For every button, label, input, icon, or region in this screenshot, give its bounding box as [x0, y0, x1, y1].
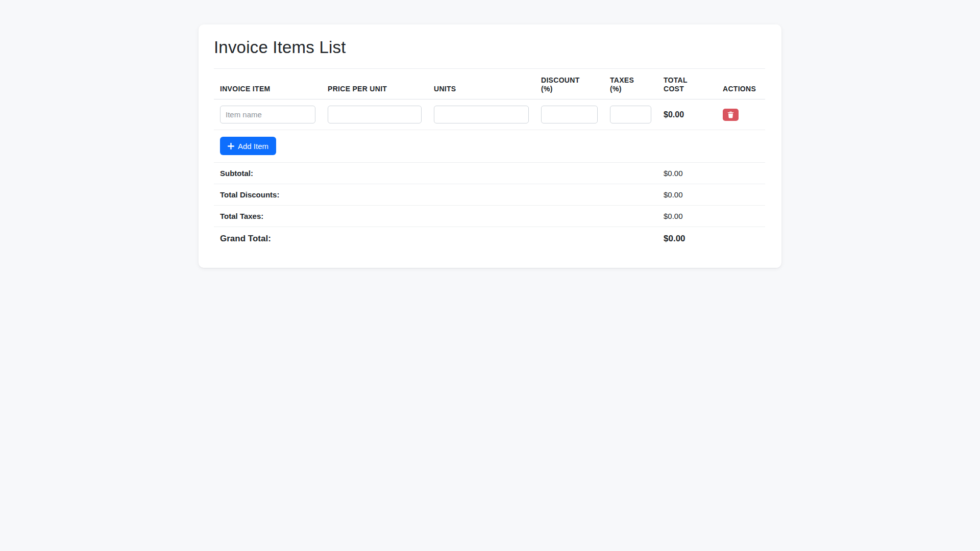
plus-icon — [228, 143, 234, 149]
total-discounts-label: Total Discounts: — [214, 184, 657, 206]
trash-icon — [727, 111, 734, 118]
total-taxes-value: $0.00 — [657, 206, 717, 227]
header-units: UNITS — [428, 69, 535, 99]
total-taxes-label: Total Taxes: — [214, 206, 657, 227]
invoice-card: Invoice Items List INVOICE ITEM PRICE PE… — [199, 24, 781, 268]
table-header-row: INVOICE ITEM PRICE PER UNIT UNITS DISCOU… — [214, 69, 765, 99]
subtotal-row: Subtotal: $0.00 — [214, 163, 765, 184]
invoice-items-table: INVOICE ITEM PRICE PER UNIT UNITS DISCOU… — [214, 68, 765, 251]
subtotal-value: $0.00 — [657, 163, 717, 184]
grand-total-value: $0.00 — [657, 227, 717, 251]
discount-input[interactable] — [541, 106, 598, 123]
header-invoice-item: INVOICE ITEM — [214, 69, 322, 99]
item-name-input[interactable] — [220, 106, 315, 123]
subtotal-label: Subtotal: — [214, 163, 657, 184]
header-price-per-unit: PRICE PER UNIT — [322, 69, 428, 99]
row-total-cost: $0.00 — [657, 99, 717, 130]
add-item-label: Add Item — [238, 142, 268, 151]
total-discounts-row: Total Discounts: $0.00 — [214, 184, 765, 206]
add-item-button[interactable]: Add Item — [220, 137, 276, 155]
total-taxes-row: Total Taxes: $0.00 — [214, 206, 765, 227]
invoice-item-row: $0.00 — [214, 99, 765, 130]
taxes-input[interactable] — [610, 106, 651, 123]
price-per-unit-input[interactable] — [328, 106, 422, 123]
grand-total-label: Grand Total: — [214, 227, 657, 251]
add-item-row: Add Item — [214, 130, 765, 163]
units-input[interactable] — [434, 106, 529, 123]
header-actions: ACTIONS — [717, 69, 765, 99]
total-discounts-value: $0.00 — [657, 184, 717, 206]
header-discount: DISCOUNT (%) — [535, 69, 604, 99]
grand-total-row: Grand Total: $0.00 — [214, 227, 765, 251]
header-total-cost: TOTAL COST — [657, 69, 717, 99]
page-background: { "colors": { "page_background": "#f7f8f… — [0, 0, 980, 551]
page-title: Invoice Items List — [214, 37, 766, 58]
delete-item-button[interactable] — [723, 109, 739, 121]
header-taxes: TAXES (%) — [604, 69, 657, 99]
